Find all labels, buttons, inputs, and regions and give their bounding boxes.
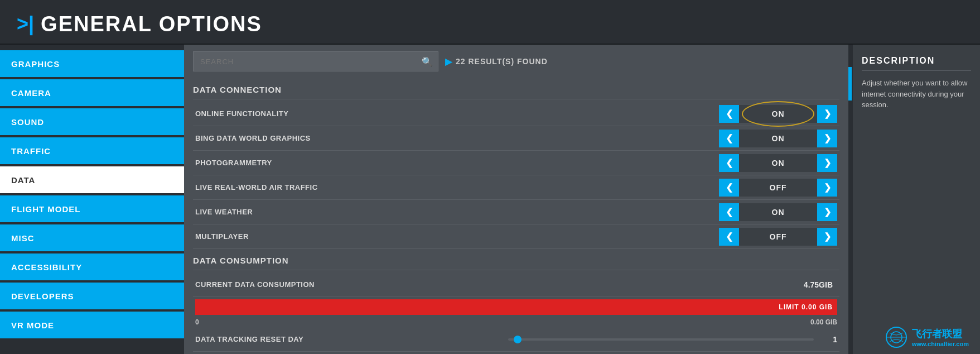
sidebar-item-developers[interactable]: DEVELOPERS [0,283,184,309]
search-wrapper: 🔍 [193,51,438,71]
setting-row-live-weather: LIVE WEATHER ❮ ON ❯ [193,200,839,224]
ctrl-next-button[interactable]: ❯ [817,130,837,147]
setting-value: ON [739,130,817,147]
setting-label: PHOTOGRAMMETRY [195,159,719,167]
ctrl-prev-button[interactable]: ❮ [719,105,739,123]
description-title: DESCRIPTION [862,56,971,71]
right-panel: DESCRIPTION Adjust whether you want to a… [852,45,980,354]
ctrl-next-button[interactable]: ❯ [817,228,837,246]
sidebar-item-flight-model[interactable]: FLIGHT MODEL [0,195,184,222]
sidebar-item-label: ACCESSIBILITY [11,262,82,272]
search-bar: 🔍 ▶ 22 RESULT(S) FOUND [184,45,848,78]
sidebar-item-sound[interactable]: SOUND [0,108,184,135]
sidebar-item-label: MISC [11,233,35,243]
sidebar-item-label: CAMERA [11,88,51,98]
setting-label: LIVE WEATHER [195,208,719,216]
setting-label: MULTIPLAYER [195,232,719,241]
consumption-label: CURRENT DATA CONSUMPTION [195,280,804,289]
scroll-indicator[interactable] [848,45,852,354]
description-text: Adjust whether you want to allow interne… [862,78,971,111]
setting-control: ❮ OFF ❯ [719,179,837,197]
setting-control: ❮ OFF ❯ [719,228,837,246]
sidebar-item-label: DEVELOPERS [11,291,74,301]
setting-label: ONLINE FUNCTIONALITY [195,109,719,118]
range-min: 0 [195,318,199,326]
setting-value: ON [739,203,817,221]
results-arrow: ▶ [445,56,452,67]
slider-row-reset-day: DATA TRACKING RESET DAY 1 [193,327,839,352]
ctrl-prev-button[interactable]: ❮ [719,179,739,197]
ctrl-prev-button[interactable]: ❮ [719,203,739,221]
watermark: 飞行者联盟 www.chinaflier.com [885,326,969,348]
setting-row-photogrammetry: PHOTOGRAMMETRY ❮ ON ❯ [193,151,839,175]
main-layout: GRAPHICS CAMERA SOUND TRAFFIC DATA FLIGH… [0,45,980,354]
slider-label: DATA TRACKING RESET DAY [195,335,501,343]
sidebar-item-label: GRAPHICS [11,59,60,69]
slider-thumb[interactable] [514,336,522,343]
progress-bar-bg: LIMIT 0.00 GIB [195,299,837,315]
setting-value: OFF [739,228,817,246]
ctrl-prev-button[interactable]: ❮ [719,228,739,246]
consumption-value: 4.75GIB [804,280,837,289]
ctrl-next-button[interactable]: ❯ [817,154,837,172]
ctrl-prev-button[interactable]: ❮ [719,154,739,172]
setting-control: ❮ ON ❯ [719,203,837,221]
search-input[interactable] [193,51,438,71]
sidebar-item-label: FLIGHT MODEL [11,204,81,214]
search-icon: 🔍 [422,56,433,67]
sidebar-item-data[interactable]: DATA [0,166,184,193]
scroll-thumb[interactable] [848,67,852,101]
sidebar-item-traffic[interactable]: TRAFFIC [0,137,184,164]
setting-row-bing-data: BING DATA WORLD GRAPHICS ❮ ON ❯ [193,126,839,151]
ctrl-next-button[interactable]: ❯ [817,203,837,221]
section-data-connection: DATA CONNECTION [193,78,839,99]
sidebar-item-label: TRAFFIC [11,146,51,156]
progress-range-row: 0 0.00 GIB [193,317,839,327]
setting-value: OFF [739,179,817,197]
range-max: 0.00 GIB [810,318,837,326]
slider-track[interactable] [508,338,814,341]
setting-control: ❮ ON ❯ [719,105,837,123]
results-count: 22 RESULT(S) FOUND [456,57,548,66]
progress-limit-label: LIMIT 0.00 GIB [779,303,833,311]
sidebar: GRAPHICS CAMERA SOUND TRAFFIC DATA FLIGH… [0,45,184,354]
sidebar-item-accessibility[interactable]: ACCESSIBILITY [0,253,184,280]
sidebar-item-misc[interactable]: MISC [0,224,184,251]
ctrl-next-button[interactable]: ❯ [817,105,837,123]
ctrl-next-button[interactable]: ❯ [817,179,837,197]
section-data-consumption: DATA CONSUMPTION [193,249,839,270]
setting-value: ON [739,105,817,123]
top-bar [0,0,980,4]
setting-label: LIVE REAL-WORLD AIR TRAFFIC [195,183,719,192]
results-display: ▶ 22 RESULT(S) FOUND [445,56,548,67]
sidebar-item-label: SOUND [11,117,44,127]
content-area: 🔍 ▶ 22 RESULT(S) FOUND DATA CONNECTION O… [184,45,848,354]
sidebar-item-vr-mode[interactable]: VR MODE [0,312,184,338]
sidebar-item-camera[interactable]: CAMERA [0,79,184,106]
sidebar-item-label: VR MODE [11,320,54,330]
setting-row-online-functionality: ONLINE FUNCTIONALITY ❮ ON ❯ [193,102,839,126]
progress-container: LIMIT 0.00 GIB [193,297,839,317]
settings-list: DATA CONNECTION ONLINE FUNCTIONALITY ❮ O… [184,78,848,354]
setting-control: ❮ ON ❯ [719,130,837,147]
watermark-logo [885,326,907,348]
sidebar-item-label: DATA [11,175,35,185]
setting-control: ❮ ON ❯ [719,154,837,172]
slider-value: 1 [820,335,837,344]
watermark-text-container: 飞行者联盟 www.chinaflier.com [912,327,969,347]
header: >| GENERAL OPTIONS [0,4,980,45]
watermark-name: 飞行者联盟 [912,327,969,341]
consumption-row: CURRENT DATA CONSUMPTION 4.75GIB [193,272,839,297]
setting-row-multiplayer: MULTIPLAYER ❮ OFF ❯ [193,224,839,249]
setting-row-live-air-traffic: LIVE REAL-WORLD AIR TRAFFIC ❮ OFF ❯ [193,175,839,200]
sidebar-item-graphics[interactable]: GRAPHICS [0,50,184,77]
setting-label: BING DATA WORLD GRAPHICS [195,134,719,142]
progress-bar-fill [195,299,837,315]
page-title: GENERAL OPTIONS [41,12,262,36]
setting-value: ON [739,154,817,172]
ctrl-prev-button[interactable]: ❮ [719,130,739,147]
header-icon: >| [17,12,34,36]
watermark-url: www.chinaflier.com [912,341,969,347]
